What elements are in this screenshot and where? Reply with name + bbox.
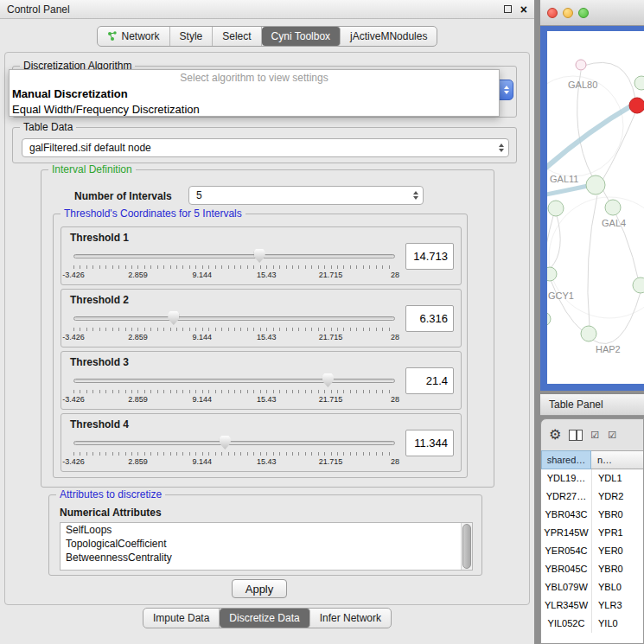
tab-select[interactable]: Select [213, 27, 261, 46]
threshold-1-value-field[interactable] [405, 243, 454, 270]
cell-shared-name[interactable]: YBL079W [541, 578, 591, 596]
cell-name[interactable]: YBR0 [591, 560, 643, 578]
columns-icon[interactable] [569, 430, 583, 441]
threshold-3-slider[interactable] [73, 373, 395, 387]
dropdown-option-equal-width-frequency[interactable]: Equal Width/Frequency Discretization [10, 102, 499, 118]
network-node[interactable] [586, 175, 605, 194]
network-node[interactable] [581, 326, 596, 341]
apply-button[interactable]: Apply [232, 579, 287, 598]
cell-shared-name[interactable]: YBR043C [541, 506, 591, 524]
checkbox-icon[interactable]: ☑ [590, 430, 600, 441]
slider-thumb[interactable] [322, 373, 334, 387]
tab-label: Select [222, 30, 251, 42]
list-item-selfloops[interactable]: SelfLoops [61, 523, 472, 537]
table-row[interactable]: YLR345W YLR3 [541, 596, 643, 615]
tab-style[interactable]: Style [170, 27, 214, 46]
scrollbar-thumb[interactable] [462, 524, 471, 569]
threshold-1-slider[interactable] [73, 248, 395, 263]
cell-shared-name[interactable]: YPR145W [541, 524, 591, 542]
cell-name[interactable]: YDR2 [591, 488, 643, 506]
tab-impute-data[interactable]: Impute Data [143, 609, 220, 628]
slider-ticks [73, 452, 395, 456]
table-row[interactable]: YIL052C YIL0 [541, 615, 643, 633]
tab-label: Impute Data [153, 612, 209, 624]
group-title: Interval Definition [48, 163, 136, 175]
dropdown-option-manual-discretization[interactable]: Manual Discretization [10, 86, 499, 102]
number-of-intervals-combo[interactable]: 5 [188, 186, 424, 205]
threshold-3-value-field[interactable] [405, 367, 454, 394]
window-title: Control Panel [7, 3, 70, 16]
slider-thumb[interactable] [168, 311, 179, 325]
table-data-combo[interactable]: galFiltered.sif default node [22, 138, 509, 157]
threshold-4-value-field[interactable] [405, 430, 454, 456]
table-row[interactable]: YBR043C YBR0 [541, 506, 643, 524]
network-graph: GAL80 GAL11 GAL4 GCY1 HAP2 [547, 31, 644, 384]
checkbox-icon[interactable]: ☑ [608, 430, 617, 441]
zoom-traffic-light[interactable] [578, 8, 589, 18]
network-node[interactable] [633, 277, 644, 293]
column-header-name[interactable]: n… [591, 450, 643, 469]
algorithm-combo-button[interactable] [499, 80, 513, 100]
list-item-betweennesscentrality[interactable]: BetweennessCentrality [61, 551, 472, 564]
slider-thumb[interactable] [220, 436, 231, 450]
network-node-selected[interactable] [629, 98, 644, 113]
network-canvas[interactable]: GAL80 GAL11 GAL4 GCY1 HAP2 [547, 31, 644, 384]
close-traffic-light[interactable] [547, 8, 558, 18]
threshold-3-box: Threshold 3 -3.4262.8599.14415.4321.7152… [61, 351, 462, 410]
cell-name[interactable]: YDL1 [591, 469, 643, 488]
algorithm-dropdown-popup: Select algorithm to view settings Manual… [9, 69, 500, 117]
tab-label: Network [122, 30, 160, 42]
table-data-group: Table Data galFiltered.sif default node [12, 127, 517, 163]
table-row[interactable]: YER054C YER0 [541, 542, 643, 560]
table-row[interactable]: YBR045C YBR0 [541, 560, 643, 578]
table-row[interactable]: YDR27… YDR2 [541, 488, 643, 506]
threshold-2-slider[interactable] [73, 310, 395, 325]
tab-jactivemnodules[interactable]: jActiveMNodules [341, 27, 437, 46]
float-window-icon[interactable] [504, 5, 512, 13]
table-row[interactable]: YBL079W YBL0 [541, 578, 643, 596]
cell-name[interactable]: YBR0 [591, 506, 643, 524]
combo-arrows-icon [499, 143, 508, 152]
cell-shared-name[interactable]: YDL19… [541, 469, 591, 488]
network-node[interactable] [547, 312, 551, 326]
gear-icon[interactable]: ⚙ [549, 428, 561, 442]
tab-cyni-toolbox[interactable]: Cyni Toolbox [262, 27, 341, 46]
slider-thumb[interactable] [254, 249, 265, 263]
number-of-intervals-label: Number of Intervals [74, 190, 172, 202]
tab-label: Cyni Toolbox [271, 30, 330, 42]
cell-shared-name[interactable]: YDR27… [541, 488, 591, 506]
network-node[interactable] [605, 200, 621, 215]
tab-network[interactable]: Network [98, 27, 170, 46]
cell-shared-name[interactable]: YBR045C [541, 560, 591, 578]
threshold-2-value-field[interactable] [405, 305, 454, 332]
network-icon [107, 31, 118, 41]
cell-shared-name[interactable]: YER054C [541, 542, 591, 560]
close-icon[interactable]: × [520, 3, 527, 16]
minimize-traffic-light[interactable] [563, 8, 573, 18]
threshold-3-label: Threshold 3 [70, 356, 129, 368]
table-row[interactable]: YPR145W YPR1 [541, 524, 643, 542]
table-panel-window: ⚙ ☑ ☑ shared… n… YDL19… YDL1 YDR27… YDR2… [540, 418, 644, 644]
list-item-topologicalcoefficient[interactable]: TopologicalCoefficient [61, 537, 472, 551]
threshold-4-slider[interactable] [73, 435, 395, 450]
cell-name[interactable]: YER0 [591, 542, 643, 560]
cell-name[interactable]: YIL0 [591, 615, 643, 633]
cell-name[interactable]: YLR3 [591, 596, 643, 615]
column-header-shared-name[interactable]: shared… [541, 450, 591, 469]
group-title: Table Data [20, 121, 76, 133]
threshold-2-label: Threshold 2 [70, 294, 129, 306]
cell-shared-name[interactable]: YLR345W [541, 596, 591, 615]
table-row[interactable]: YDL19… YDL1 [541, 469, 643, 488]
network-node[interactable] [547, 267, 557, 281]
cell-name[interactable]: YPR1 [591, 524, 643, 542]
tab-discretize-data[interactable]: Discretize Data [220, 609, 309, 628]
network-edge [551, 280, 583, 332]
slider-track [73, 379, 395, 383]
cell-name[interactable]: YBL0 [591, 578, 643, 596]
tab-infer-network[interactable]: Infer Network [310, 609, 391, 628]
list-scrollbar[interactable] [461, 523, 472, 570]
network-node[interactable] [634, 76, 644, 90]
cell-shared-name[interactable]: YIL052C [541, 615, 591, 633]
network-node[interactable] [576, 60, 586, 70]
network-node[interactable] [548, 201, 564, 216]
